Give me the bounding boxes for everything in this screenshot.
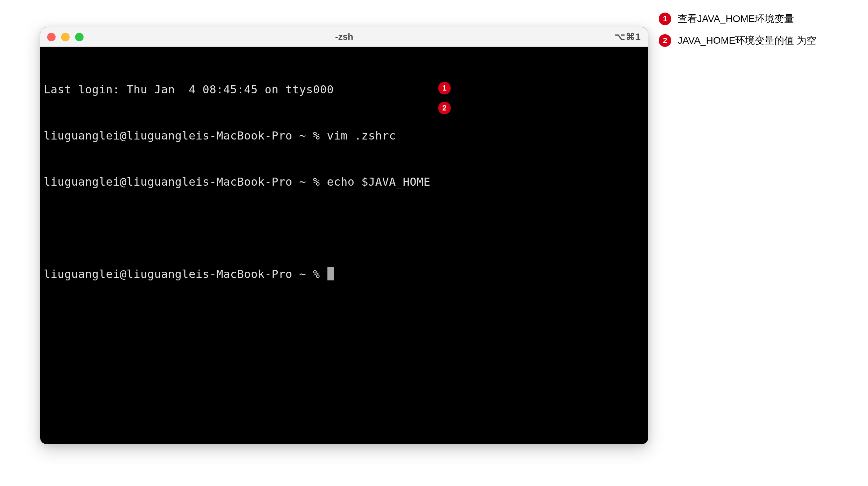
annotation-text-1: 查看JAVA_HOME环境变量 [678,12,794,26]
close-button[interactable] [47,33,56,41]
annotation-text-2: JAVA_HOME环境变量的值 为空 [678,34,816,47]
annotation-number: 2 [442,100,447,116]
command-text: vim .zshrc [327,129,396,142]
last-login-text: Last login: Thu Jan 4 08:45:45 on ttys00… [44,83,334,96]
window-shortcut: ⌥⌘1 [615,31,641,42]
annotation-item-2: 2 JAVA_HOME环境变量的值 为空 [659,34,816,47]
shell-prompt: liuguanglei@liuguangleis-MacBook-Pro ~ % [44,129,327,142]
command-text: echo $JAVA_HOME [327,175,430,188]
shell-prompt: liuguanglei@liuguangleis-MacBook-Pro ~ % [44,267,327,281]
shell-prompt: liuguanglei@liuguangleis-MacBook-Pro ~ % [44,175,327,188]
annotation-badge-2: 2 [659,34,671,47]
terminal-line-1: liuguanglei@liuguangleis-MacBook-Pro ~ %… [44,128,645,143]
annotation-marker-2: 2 [438,102,451,114]
annotation-list: 1 查看JAVA_HOME环境变量 2 JAVA_HOME环境变量的值 为空 [659,12,816,47]
annotation-number: 2 [663,36,667,45]
window-titlebar[interactable]: -zsh ⌥⌘1 [40,27,648,47]
terminal-line-2: liuguanglei@liuguangleis-MacBook-Pro ~ %… [44,174,645,190]
annotation-item-1: 1 查看JAVA_HOME环境变量 [659,12,816,26]
terminal-body[interactable]: Last login: Thu Jan 4 08:45:45 on ttys00… [40,47,648,363]
annotation-number: 1 [442,80,447,96]
terminal-line-blank [44,220,645,236]
terminal-line-last-login: Last login: Thu Jan 4 08:45:45 on ttys00… [44,82,645,97]
maximize-button[interactable] [75,33,84,41]
cursor-icon [327,267,334,280]
minimize-button[interactable] [61,33,70,41]
traffic-lights [47,33,84,41]
terminal-window: -zsh ⌥⌘1 Last login: Thu Jan 4 08:45:45 … [40,27,648,444]
annotation-number: 1 [663,14,667,23]
annotation-marker-1: 1 [438,82,451,94]
annotation-badge-1: 1 [659,13,671,25]
terminal-line-3: liuguanglei@liuguangleis-MacBook-Pro ~ % [44,266,645,282]
window-title: -zsh [335,31,353,42]
